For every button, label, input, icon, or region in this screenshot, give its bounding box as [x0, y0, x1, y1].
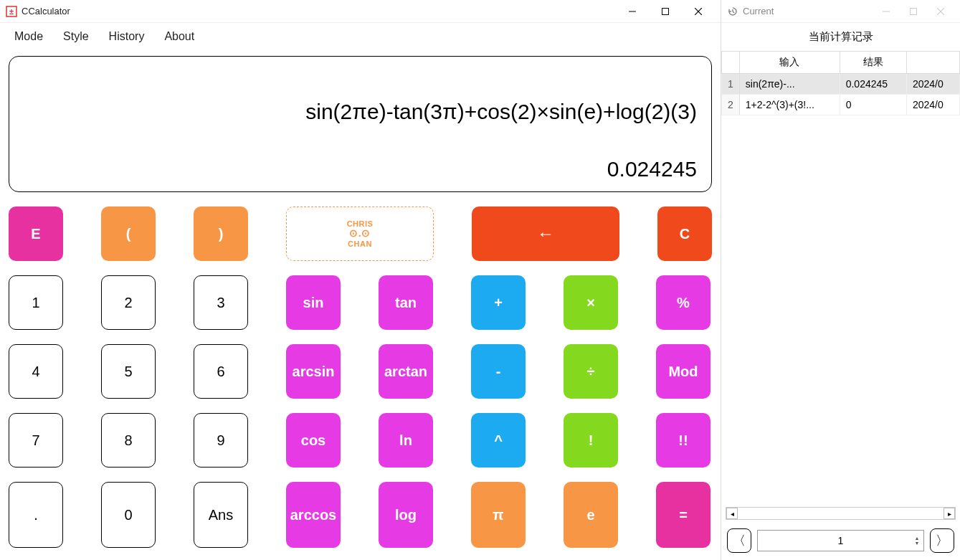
row-time: 2024/0 — [906, 74, 959, 95]
history-close-button — [927, 0, 954, 23]
key-3[interactable]: 3 — [194, 275, 248, 330]
key-arcsin[interactable]: arcsin — [286, 344, 341, 399]
keypad: E ( ) CHRIS ⊙.⊙ CHAN ← C 1 2 3 sin tan +… — [0, 198, 721, 560]
history-caption: 当前计算记录 — [721, 23, 960, 51]
menu-mode[interactable]: Mode — [4, 26, 53, 47]
key-double-factorial[interactable]: !! — [656, 413, 711, 468]
chevron-right-icon: 〉 — [936, 532, 949, 549]
key-plus[interactable]: + — [471, 275, 526, 330]
table-row[interactable]: 1 sin(2πe)-... 0.024245 2024/0 — [722, 74, 960, 95]
key-5[interactable]: 5 — [101, 344, 156, 399]
pager-page-value: 1 — [758, 535, 923, 546]
row-result: 0 — [840, 95, 906, 115]
key-e-nat[interactable]: e — [564, 482, 618, 548]
key-9[interactable]: 9 — [194, 413, 248, 468]
spinner-up-icon[interactable]: ▲ — [912, 536, 922, 541]
key-arccos[interactable]: arccos — [286, 482, 341, 548]
key-minus[interactable]: - — [471, 344, 526, 399]
key-e-const[interactable]: E — [9, 207, 63, 261]
key-lparen[interactable]: ( — [101, 207, 156, 261]
key-divide[interactable]: ÷ — [564, 344, 618, 399]
history-title-bar: Current — [721, 0, 960, 23]
key-tan[interactable]: tan — [379, 275, 433, 330]
main-title-text: CCalculator — [22, 6, 616, 16]
key-1[interactable]: 1 — [9, 275, 63, 330]
key-arctan[interactable]: arctan — [379, 344, 433, 399]
logo-bottom-text: CHAN — [348, 239, 372, 248]
svg-rect-3 — [662, 8, 669, 14]
table-row[interactable]: 2 1+2-2^(3)+(3!... 0 2024/0 — [722, 95, 960, 115]
svg-line-7 — [733, 11, 734, 13]
menu-about[interactable]: About — [154, 26, 204, 47]
svg-text:±: ± — [9, 7, 14, 16]
scroll-left-arrow-icon[interactable]: ◂ — [726, 508, 738, 519]
history-window: Current 当前计算记录 输入 结果 1 sin(2πe)-... — [721, 0, 960, 560]
pager-next-button[interactable]: 〉 — [930, 528, 954, 553]
history-table: 输入 结果 1 sin(2πe)-... 0.024245 2024/0 2 1… — [721, 51, 960, 506]
history-minimize-button — [873, 0, 900, 23]
result-display: 0.024245 — [24, 157, 697, 181]
key-6[interactable]: 6 — [194, 344, 248, 399]
row-time: 2024/0 — [906, 95, 959, 115]
history-maximize-button — [900, 0, 927, 23]
horizontal-scrollbar[interactable]: ◂ ▸ — [726, 507, 956, 520]
logo-button[interactable]: CHRIS ⊙.⊙ CHAN — [286, 207, 434, 261]
pager: 〈 1 ▲▼ 〉 — [721, 521, 960, 560]
row-result: 0.024245 — [840, 74, 906, 95]
key-percent[interactable]: % — [656, 275, 711, 330]
key-equals[interactable]: = — [656, 482, 711, 548]
key-ans[interactable]: Ans — [194, 482, 248, 548]
key-backspace[interactable]: ← — [472, 207, 619, 261]
expression-display: sin(2πe)-tan(3π)+cos(2)×sin(e)+log(2)(3) — [24, 100, 697, 124]
main-window-controls — [616, 0, 715, 23]
table-header-row: 输入 结果 — [722, 52, 960, 74]
row-index: 1 — [722, 74, 740, 95]
col-time[interactable] — [906, 52, 959, 74]
key-log[interactable]: log — [379, 482, 433, 548]
key-pi[interactable]: π — [471, 482, 526, 548]
backspace-icon: ← — [537, 224, 554, 244]
spinner-down-icon[interactable]: ▼ — [912, 541, 922, 546]
menu-bar: Mode Style History About — [0, 23, 721, 50]
row-input: 1+2-2^(3)+(3!... — [739, 95, 840, 115]
key-4[interactable]: 4 — [9, 344, 63, 399]
close-button[interactable] — [682, 0, 715, 23]
key-clear[interactable]: C — [657, 207, 712, 261]
menu-style[interactable]: Style — [53, 26, 99, 47]
scroll-right-arrow-icon[interactable]: ▸ — [944, 508, 955, 519]
main-title-bar: ± CCalculator — [0, 0, 721, 23]
pager-prev-button[interactable]: 〈 — [727, 528, 751, 553]
key-8[interactable]: 8 — [101, 413, 156, 468]
pager-page-input[interactable]: 1 ▲▼ — [757, 530, 924, 551]
logo-face-icon: ⊙.⊙ — [349, 228, 370, 239]
key-sin[interactable]: sin — [286, 275, 341, 330]
key-factorial[interactable]: ! — [564, 413, 618, 468]
key-rparen[interactable]: ) — [194, 207, 248, 261]
key-multiply[interactable]: × — [564, 275, 618, 330]
history-icon — [727, 6, 738, 17]
app-icon: ± — [6, 6, 17, 17]
key-2[interactable]: 2 — [101, 275, 156, 330]
key-cos[interactable]: cos — [286, 413, 341, 468]
chevron-left-icon: 〈 — [733, 532, 746, 549]
row-index: 2 — [722, 95, 740, 115]
row-input: sin(2πe)-... — [739, 74, 840, 95]
maximize-button[interactable] — [649, 0, 682, 23]
key-7[interactable]: 7 — [9, 413, 63, 468]
pager-spinner[interactable]: ▲▼ — [912, 532, 922, 549]
key-power[interactable]: ^ — [471, 413, 526, 468]
menu-history[interactable]: History — [99, 26, 155, 47]
key-dot[interactable]: . — [9, 482, 63, 548]
col-input[interactable]: 输入 — [739, 52, 840, 74]
minimize-button[interactable] — [616, 0, 649, 23]
history-title-text: Current — [743, 6, 873, 16]
display-area: sin(2πe)-tan(3π)+cos(2)×sin(e)+log(2)(3)… — [9, 56, 712, 192]
key-ln[interactable]: ln — [379, 413, 433, 468]
svg-rect-9 — [911, 8, 917, 14]
key-0[interactable]: 0 — [101, 482, 156, 548]
key-mod[interactable]: Mod — [656, 344, 711, 399]
col-result[interactable]: 结果 — [840, 52, 906, 74]
main-calculator-window: ± CCalculator Mode Style History About s… — [0, 0, 721, 560]
history-window-controls — [873, 0, 954, 23]
